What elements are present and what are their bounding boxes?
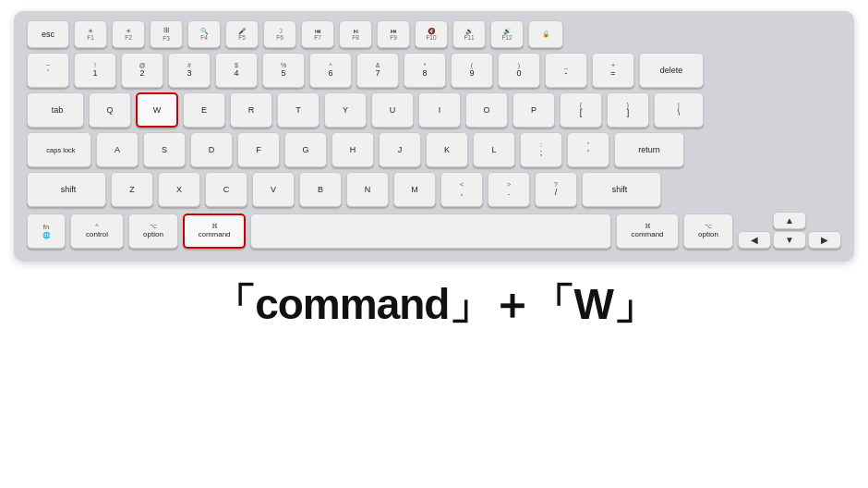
key-q[interactable]: Q <box>89 92 131 128</box>
key-quote[interactable]: " ' <box>567 132 609 167</box>
key-9[interactable]: ( 9 <box>451 53 493 88</box>
key-semicolon[interactable]: : ; <box>520 132 562 167</box>
key-command-left[interactable]: ⌘ command <box>183 214 246 249</box>
key-w[interactable]: W <box>136 92 178 128</box>
key-arrow-right[interactable]: ▶ <box>808 231 841 249</box>
key-g[interactable]: G <box>284 132 327 167</box>
key-f11[interactable]: 🔉 F11 <box>452 20 486 48</box>
key-r[interactable]: R <box>230 92 272 128</box>
key-j[interactable]: J <box>379 132 421 167</box>
key-t[interactable]: T <box>277 92 319 128</box>
key-bracket-l[interactable]: { [ <box>560 92 602 128</box>
key-c[interactable]: C <box>205 172 247 207</box>
key-tilde[interactable]: ~ ` <box>27 53 69 88</box>
key-v[interactable]: V <box>252 172 295 207</box>
key-4[interactable]: $ 4 <box>215 53 258 88</box>
key-o[interactable]: O <box>465 92 508 128</box>
key-bracket-r[interactable]: } ] <box>607 92 649 128</box>
key-lock[interactable]: 🔒 <box>528 20 563 48</box>
key-a[interactable]: A <box>96 132 139 167</box>
key-l[interactable]: L <box>473 132 515 167</box>
key-period[interactable]: > . <box>488 172 530 207</box>
key-f10[interactable]: 🔇 F10 <box>415 20 448 48</box>
key-return[interactable]: return <box>614 132 684 167</box>
key-fn[interactable]: fn 🌐 <box>27 214 66 249</box>
fn-row: esc ☀ F1 ☀ F2 ⊞ F3 🔍 F4 🎤 F5 ☽ F6 ⏮ <box>27 20 841 48</box>
key-f1[interactable]: ☀ F1 <box>74 20 107 48</box>
key-minus[interactable]: _ - <box>545 53 587 88</box>
key-f12[interactable]: 🔊 F12 <box>490 20 524 48</box>
key-f5[interactable]: 🎤 F5 <box>225 20 259 48</box>
key-5[interactable]: % 5 <box>262 53 305 88</box>
key-f3[interactable]: ⊞ F3 <box>150 20 183 48</box>
key-arrow-down[interactable]: ▼ <box>773 231 806 249</box>
key-s[interactable]: S <box>143 132 186 167</box>
key-capslock[interactable]: caps lock <box>27 132 91 167</box>
key-p[interactable]: P <box>512 92 555 128</box>
key-f6[interactable]: ☽ F6 <box>263 20 296 48</box>
modifier-row: fn 🌐 ^ control ⌥ option ⌘ command ⌘ comm… <box>27 212 841 249</box>
key-shift-left[interactable]: shift <box>27 172 106 207</box>
key-6[interactable]: ^ 6 <box>309 53 352 88</box>
key-2[interactable]: @ 2 <box>121 53 163 88</box>
key-esc[interactable]: esc <box>27 20 69 48</box>
key-shift-right[interactable]: shift <box>582 172 661 207</box>
key-7[interactable]: & 7 <box>356 53 399 88</box>
key-n[interactable]: N <box>346 172 389 207</box>
key-arrow-up[interactable]: ▲ <box>773 212 806 229</box>
arrow-lr: ◀ ▼ ▶ <box>738 231 841 249</box>
zxcv-row: shift Z X C V B N M < , > . <box>27 172 841 207</box>
key-f8[interactable]: ⏯ F8 <box>339 20 372 48</box>
key-u[interactable]: U <box>371 92 414 128</box>
key-x[interactable]: X <box>158 172 200 207</box>
qwerty-row: tab Q W E R T Y U I O P <box>27 92 841 128</box>
key-space[interactable] <box>250 214 611 249</box>
shortcut-caption: 「command」＋「W」 <box>213 276 655 334</box>
key-f4[interactable]: 🔍 F4 <box>187 20 221 48</box>
key-z[interactable]: Z <box>111 172 153 207</box>
key-f[interactable]: F <box>237 132 280 167</box>
key-i[interactable]: I <box>418 92 461 128</box>
key-b[interactable]: B <box>299 172 342 207</box>
key-arrow-left[interactable]: ◀ <box>738 231 771 249</box>
key-k[interactable]: K <box>426 132 468 167</box>
key-slash[interactable]: ? / <box>535 172 577 207</box>
key-f2[interactable]: ☀ F2 <box>112 20 145 48</box>
key-8[interactable]: * 8 <box>404 53 446 88</box>
number-row: ~ ` ! 1 @ 2 # 3 $ 4 % 5 ^ 6 & 7 <box>27 53 841 88</box>
key-option-right[interactable]: ⌥ option <box>683 214 733 249</box>
key-f9[interactable]: ⏭ F9 <box>377 20 410 48</box>
key-equals[interactable]: + = <box>592 53 634 88</box>
key-tab[interactable]: tab <box>27 92 84 128</box>
key-e[interactable]: E <box>183 92 225 128</box>
key-f7[interactable]: ⏮ F7 <box>301 20 334 48</box>
keyboard: esc ☀ F1 ☀ F2 ⊞ F3 🔍 F4 🎤 F5 ☽ F6 ⏮ <box>14 11 854 262</box>
key-y[interactable]: Y <box>324 92 367 128</box>
key-1[interactable]: ! 1 <box>74 53 116 88</box>
asdf-row: caps lock A S D F G H J K L : ; <box>27 132 841 167</box>
key-m[interactable]: M <box>393 172 436 207</box>
key-h[interactable]: H <box>332 132 374 167</box>
key-delete[interactable]: delete <box>639 53 704 88</box>
key-comma[interactable]: < , <box>440 172 483 207</box>
arrow-cluster: ▲ ◀ ▼ ▶ <box>738 212 841 249</box>
key-3[interactable]: # 3 <box>168 53 211 88</box>
key-command-right[interactable]: ⌘ command <box>616 214 679 249</box>
key-control[interactable]: ^ control <box>70 214 124 249</box>
key-0[interactable]: ) 0 <box>498 53 540 88</box>
key-option-left[interactable]: ⌥ option <box>128 214 178 249</box>
key-backslash[interactable]: | \ <box>654 92 704 128</box>
key-d[interactable]: D <box>190 132 233 167</box>
